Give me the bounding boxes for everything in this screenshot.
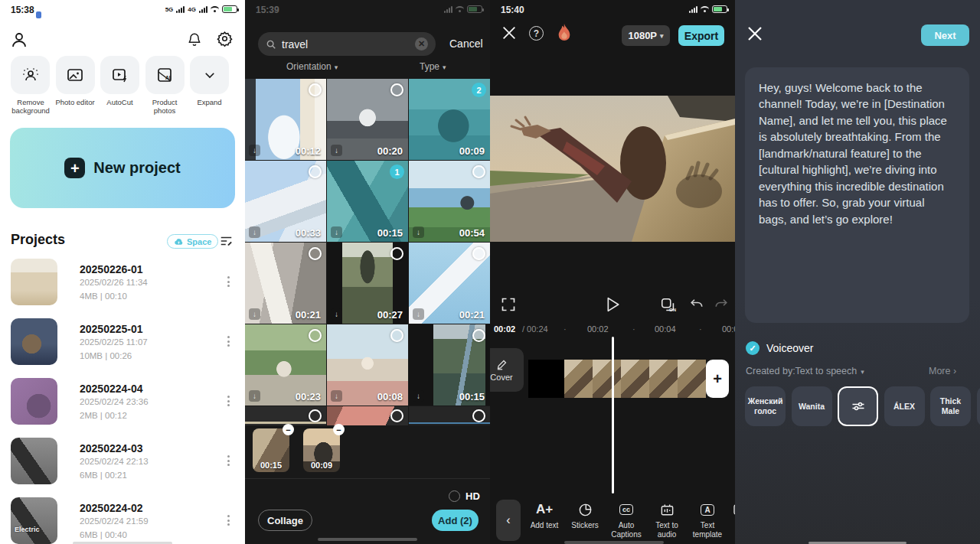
media-thumbnail[interactable]: ↓ 00:08 [327, 324, 408, 406]
selection-order-badge[interactable]: 1 [390, 165, 404, 179]
export-button[interactable]: Export [678, 25, 724, 46]
script-text-area[interactable]: Hey, guys! Welcome back to the channel! … [745, 67, 969, 323]
remove-clip-icon[interactable]: − [333, 424, 345, 435]
play-icon[interactable] [606, 297, 620, 312]
select-circle[interactable] [309, 83, 322, 96]
close-sheet-icon[interactable] [746, 24, 764, 43]
media-thumbnail-selected[interactable]: 1 ↓ 00:15 [327, 161, 408, 242]
media-thumbnail[interactable]: ↓ 00:20 [327, 79, 408, 160]
fullscreen-icon[interactable] [501, 297, 516, 312]
project-menu-kebab-icon[interactable] [223, 392, 234, 410]
select-circle[interactable] [309, 247, 322, 260]
profile-icon[interactable] [10, 31, 28, 49]
project-menu-kebab-icon[interactable] [223, 332, 234, 350]
notifications-bell-icon[interactable] [187, 31, 202, 47]
media-thumbnail[interactable]: ↓ 00:21 [245, 243, 326, 324]
project-row[interactable]: 20250225-01 2025/02/25 11:07 10MB | 00:2… [0, 318, 245, 378]
selection-order-badge[interactable]: 2 [472, 83, 486, 97]
project-menu-kebab-icon[interactable] [223, 511, 234, 529]
media-thumbnail[interactable]: ↓ 00:33 [245, 161, 326, 242]
select-circle[interactable] [472, 329, 485, 342]
media-thumbnail-selected[interactable]: 2 00:09 [409, 79, 490, 160]
layer-toggle-icon[interactable]: ON [660, 297, 678, 317]
voice-option[interactable]: Женский голос [745, 386, 786, 426]
manage-projects-icon[interactable] [219, 234, 234, 248]
cancel-button[interactable]: Cancel [449, 37, 483, 50]
select-circle[interactable] [390, 409, 403, 422]
select-circle[interactable] [390, 83, 403, 96]
project-menu-kebab-icon[interactable] [223, 272, 234, 291]
clipped-tool[interactable]: A [724, 501, 735, 530]
media-thumbnail[interactable]: ↓ 00:21 [409, 243, 490, 324]
media-thumbnail[interactable] [327, 406, 408, 425]
product-photos-button[interactable]: AI [145, 56, 185, 94]
voice-option-selected[interactable] [838, 386, 878, 426]
selected-clip[interactable]: − 00:15 [253, 428, 289, 472]
voice-option[interactable]: Wanita [792, 386, 832, 426]
select-circle[interactable] [309, 165, 322, 178]
voice-option[interactable]: Thick Male [930, 386, 971, 426]
collage-button[interactable]: Collage [258, 510, 312, 531]
help-icon[interactable]: ? [529, 26, 544, 41]
type-filter[interactable]: Type [420, 61, 446, 72]
settings-gear-icon[interactable] [217, 31, 233, 47]
media-thumbnail[interactable]: ↓ 00:54 [409, 161, 490, 242]
project-menu-kebab-icon[interactable] [223, 451, 234, 470]
more-link[interactable]: More › [929, 366, 956, 376]
new-project-button[interactable]: + New project [10, 128, 235, 208]
stickers-tool[interactable]: Stickers [564, 501, 606, 530]
flame-icon[interactable] [556, 23, 573, 43]
search-input[interactable] [282, 38, 410, 50]
hd-toggle[interactable] [449, 490, 460, 502]
video-track[interactable] [528, 360, 706, 398]
voice-option[interactable] [977, 386, 980, 426]
media-thumbnail[interactable]: ↓ 00:27 [327, 243, 408, 324]
project-row[interactable]: Electric 20250224-02 2025/02/24 21:59 6M… [0, 497, 245, 544]
redo-icon[interactable] [714, 297, 728, 311]
clear-search-icon[interactable]: ✕ [415, 37, 428, 50]
media-thumbnail[interactable]: ↓ 00:15 [409, 324, 490, 406]
project-row[interactable]: 20250224-03 2025/02/24 22:13 6MB | 00:21 [0, 438, 245, 497]
voiceover-checkbox[interactable]: ✓ [746, 341, 760, 355]
select-circle[interactable] [472, 409, 485, 422]
more-label: More [929, 366, 950, 376]
edit-cover-button[interactable]: Cover [490, 348, 524, 392]
voice-option[interactable]: ÁLEX [884, 386, 925, 426]
media-thumbnail[interactable] [409, 406, 490, 425]
media-thumbnail[interactable]: ↓ 00:12 [245, 79, 326, 160]
search-bar[interactable]: ✕ [258, 32, 436, 56]
add-button[interactable]: Add (2) [432, 510, 479, 531]
remove-background-button[interactable] [11, 56, 50, 94]
project-row[interactable]: 20250226-01 2025/02/26 11:34 4MB | 00:10 [0, 259, 245, 318]
select-circle[interactable] [390, 247, 403, 260]
add-clip-button[interactable]: + [706, 360, 729, 398]
select-circle[interactable] [390, 329, 403, 342]
select-circle[interactable] [309, 409, 322, 422]
selected-clip[interactable]: − 00:09 [303, 428, 340, 472]
project-row[interactable]: 20250224-04 2025/02/24 23:36 2MB | 00:12 [0, 378, 245, 438]
add-text-tool[interactable]: A+ Add text [524, 501, 565, 530]
download-icon: ↓ [413, 226, 424, 238]
toolbar-back-button[interactable]: ‹ [496, 500, 521, 541]
autocut-button[interactable] [100, 56, 139, 94]
auto-captions-tool[interactable]: cc Auto Captions [606, 501, 647, 539]
text-template-tool[interactable]: A Text template [687, 501, 728, 539]
created-by-dropdown[interactable]: Created by:Text to speech [746, 366, 864, 376]
playhead[interactable] [612, 337, 614, 494]
select-circle[interactable] [472, 247, 485, 260]
photo-editor-button[interactable] [56, 56, 95, 94]
select-circle[interactable] [309, 329, 322, 342]
next-button[interactable]: Next [921, 24, 969, 46]
undo-icon[interactable] [690, 297, 704, 311]
remove-clip-icon[interactable]: − [283, 424, 294, 435]
orientation-filter[interactable]: Orientation [286, 61, 338, 72]
space-badge[interactable]: Space [167, 234, 218, 249]
video-preview[interactable] [490, 96, 735, 242]
media-thumbnail[interactable]: ↓ 00:23 [245, 324, 326, 406]
close-editor-icon[interactable] [501, 24, 518, 41]
resolution-dropdown[interactable]: 1080P [622, 25, 670, 46]
media-thumbnail[interactable] [245, 406, 326, 425]
text-to-audio-tool[interactable]: Text to audio [646, 501, 688, 539]
expand-shortcuts-button[interactable] [190, 56, 229, 94]
select-circle[interactable] [472, 165, 485, 178]
